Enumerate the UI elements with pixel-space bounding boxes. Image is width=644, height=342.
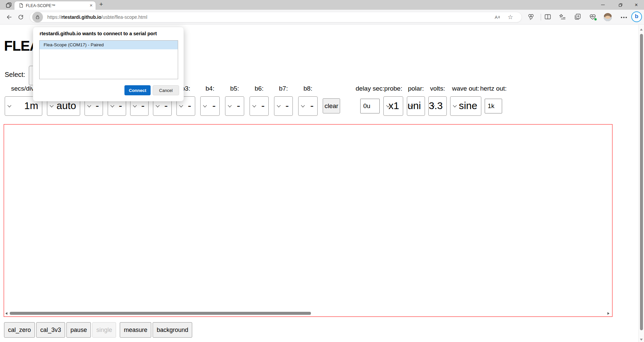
address-bar[interactable]: https://rtestardi.github.io/usbte/flea-s… xyxy=(30,12,522,22)
chevron-down-icon xyxy=(87,103,91,107)
browser-window: FLEA-SCOPE™ × + × xyxy=(0,0,644,342)
vertical-scroll-thumb[interactable] xyxy=(640,34,643,330)
chevron-down-icon xyxy=(301,103,305,107)
delay-input[interactable]: 0u xyxy=(360,99,380,113)
favorite-star-icon[interactable]: ☆ xyxy=(507,14,514,20)
chevron-down-icon xyxy=(50,103,53,107)
scroll-up-arrow-icon[interactable] xyxy=(640,29,643,31)
b5-dropdown[interactable]: - xyxy=(225,96,244,116)
minimize-icon xyxy=(601,5,605,5)
restore-icon xyxy=(619,3,623,7)
volts-dropdown[interactable]: 3.3 xyxy=(428,96,447,116)
chevron-down-icon xyxy=(156,103,159,107)
settings-ellipsis-icon[interactable] xyxy=(621,17,622,18)
bing-letter: b xyxy=(635,13,638,20)
chevron-down-icon xyxy=(110,103,114,107)
bottom-button-row: cal_zero cal_3v3 pause single measure ba… xyxy=(4,322,192,338)
url-text[interactable]: https://rtestardi.github.io/usbte/flea-s… xyxy=(47,12,147,22)
b7-dropdown[interactable]: - xyxy=(274,96,293,116)
window-restore-button[interactable] xyxy=(613,0,628,10)
single-button: single xyxy=(92,322,116,338)
chevron-down-icon xyxy=(228,103,231,107)
toolbar-divider xyxy=(541,14,541,20)
browser-toolbar: https://rtestardi.github.io/usbte/flea-s… xyxy=(0,10,644,25)
browser-essentials-icon[interactable] xyxy=(589,13,596,20)
back-icon[interactable] xyxy=(6,14,12,20)
url-domain: rtestardi.github.io xyxy=(61,14,101,20)
chevron-down-icon xyxy=(203,103,207,107)
b8-dropdown[interactable]: - xyxy=(298,96,318,116)
split-screen-icon[interactable] xyxy=(544,13,551,20)
cal-zero-button[interactable]: cal_zero xyxy=(4,322,35,338)
scroll-left-arrow-icon[interactable] xyxy=(5,312,7,315)
chevron-down-icon xyxy=(252,103,256,107)
b6-dropdown[interactable]: - xyxy=(250,96,269,116)
cal-3v3-button[interactable]: cal_3v3 xyxy=(36,322,65,338)
b4-dropdown[interactable]: - xyxy=(200,96,220,116)
measure-button[interactable]: measure xyxy=(120,322,151,338)
lock-icon xyxy=(35,15,40,19)
svg-text:A: A xyxy=(495,15,498,20)
hertz-out-input[interactable]: 1k xyxy=(485,99,502,113)
collections-icon[interactable] xyxy=(574,13,581,20)
chevron-down-icon xyxy=(133,103,137,107)
site-permission-highlight[interactable] xyxy=(32,12,43,22)
favorites-list-icon[interactable] xyxy=(559,13,566,20)
pause-button[interactable]: pause xyxy=(66,322,91,338)
page-icon xyxy=(19,3,23,8)
device-option[interactable]: Flea-Scope (COM17) - Paired xyxy=(40,41,178,49)
tab-actions-icon[interactable] xyxy=(5,2,12,8)
clear-button[interactable]: clear xyxy=(323,98,340,113)
chevron-down-icon xyxy=(7,103,11,107)
polar-dropdown[interactable]: uni xyxy=(407,96,425,116)
essentials-status-badge xyxy=(594,18,597,21)
scroll-right-arrow-icon[interactable] xyxy=(607,312,609,315)
wave-out-dropdown[interactable]: sine xyxy=(450,96,481,116)
select-label: Select: xyxy=(5,71,25,79)
tab-title: FLEA-SCOPE™ xyxy=(26,3,55,8)
scroll-thumb[interactable] xyxy=(10,312,311,315)
device-listbox[interactable]: Flea-Scope (COM17) - Paired xyxy=(39,40,178,79)
scope-horizontal-scrollbar[interactable] xyxy=(4,311,612,316)
b8-label: b8: xyxy=(288,85,328,93)
extension-clover-icon[interactable] xyxy=(527,13,535,20)
profile-avatar[interactable] xyxy=(604,13,612,21)
scroll-down-arrow-icon[interactable] xyxy=(640,339,643,341)
new-tab-button[interactable]: + xyxy=(99,1,103,8)
copilot-bing-icon[interactable]: b xyxy=(631,11,642,22)
hertz-out-label: hertz out: xyxy=(475,85,512,93)
chevron-down-icon xyxy=(277,103,280,107)
read-aloud-icon[interactable]: A xyxy=(494,14,501,20)
browser-tab[interactable]: FLEA-SCOPE™ × xyxy=(14,1,96,10)
refresh-icon[interactable] xyxy=(18,14,24,20)
url-scheme: https:// xyxy=(47,14,61,20)
dialog-title: rtestardi.github.io wants to connect to … xyxy=(40,31,157,36)
browser-titlebar: FLEA-SCOPE™ × + × xyxy=(0,0,644,10)
url-path: /usbte/flea-scope.html xyxy=(101,14,147,20)
window-minimize-button[interactable] xyxy=(595,0,610,10)
page-vertical-scrollbar[interactable] xyxy=(638,25,644,342)
chevron-down-icon xyxy=(453,103,457,107)
probe-dropdown[interactable]: x1 xyxy=(383,96,403,116)
background-button[interactable]: background xyxy=(153,322,192,338)
connect-button[interactable]: Connect xyxy=(124,85,151,95)
tab-close-icon[interactable]: × xyxy=(90,2,93,8)
scope-canvas[interactable] xyxy=(4,124,612,317)
cancel-button[interactable]: Cancel xyxy=(153,85,179,95)
serial-port-dialog: rtestardi.github.io wants to connect to … xyxy=(33,27,184,101)
chevron-down-icon xyxy=(179,103,183,107)
window-close-button[interactable]: × xyxy=(629,0,644,10)
